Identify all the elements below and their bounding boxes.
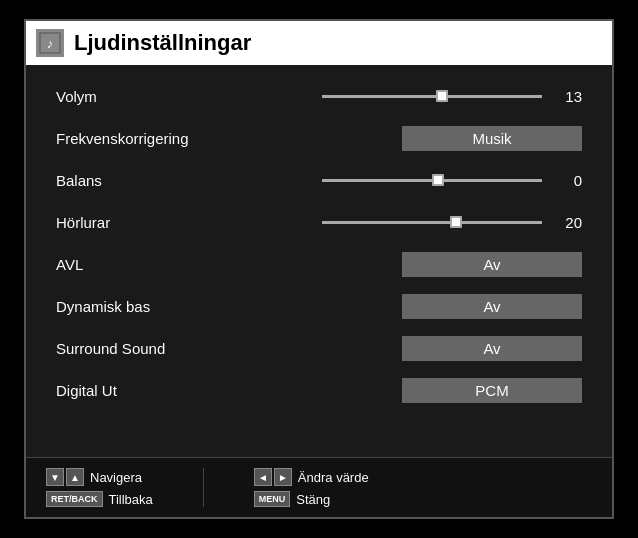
label-balans: Balans — [56, 172, 256, 189]
thumb-volym[interactable] — [436, 90, 448, 102]
navigate-arrows-icon: ▼ ▲ — [46, 468, 84, 486]
control-avl: Av — [256, 252, 582, 277]
row-frekvenskorrigering: Frekvenskorrigering Musik — [56, 123, 582, 153]
select-digital-ut[interactable]: PCM — [402, 378, 582, 403]
navigate-label: Navigera — [90, 470, 142, 485]
row-dynamisk-bas: Dynamisk bas Av — [56, 291, 582, 321]
svg-text:♪: ♪ — [47, 36, 54, 51]
label-dynamisk-bas: Dynamisk bas — [56, 298, 256, 315]
title-bar: ♪ Ljudinställningar — [26, 21, 612, 65]
close-label: Stäng — [296, 492, 330, 507]
change-arrows-icon: ◄ ► — [254, 468, 292, 486]
row-surround-sound: Surround Sound Av — [56, 333, 582, 363]
menu-key-icon[interactable]: MENU — [254, 491, 291, 507]
value-balans: 0 — [554, 172, 582, 189]
value-volym: 13 — [554, 88, 582, 105]
select-surround-sound[interactable]: Av — [402, 336, 582, 361]
down-arrow-icon: ▼ — [46, 468, 64, 486]
footer-row-navigate: ▼ ▲ Navigera — [46, 468, 153, 486]
footer-group-change: ◄ ► Ändra värde MENU Stäng — [254, 468, 369, 507]
value-horlurar: 20 — [554, 214, 582, 231]
row-balans: Balans 0 — [56, 165, 582, 195]
footer: ▼ ▲ Navigera RET/BACK Tillbaka ◄ ► Ändra… — [26, 457, 612, 517]
footer-group-navigate: ▼ ▲ Navigera RET/BACK Tillbaka — [46, 468, 153, 507]
control-digital-ut: PCM — [256, 378, 582, 403]
label-digital-ut: Digital Ut — [56, 382, 256, 399]
control-dynamisk-bas: Av — [256, 294, 582, 319]
control-frekvenskorrigering: Musik — [256, 126, 582, 151]
back-label: Tillbaka — [109, 492, 153, 507]
row-digital-ut: Digital Ut PCM — [56, 375, 582, 405]
slider-volym[interactable] — [322, 95, 542, 98]
change-label: Ändra värde — [298, 470, 369, 485]
thumb-balans[interactable] — [432, 174, 444, 186]
main-panel: ♪ Ljudinställningar Volym 13 Frekvenskor… — [24, 19, 614, 519]
footer-row-back: RET/BACK Tillbaka — [46, 491, 153, 507]
page-title: Ljudinställningar — [74, 30, 251, 56]
row-avl: AVL Av — [56, 249, 582, 279]
control-horlurar: 20 — [256, 214, 582, 231]
settings-content: Volym 13 Frekvenskorrigering Musik Balan… — [26, 65, 612, 457]
row-volym: Volym 13 — [56, 81, 582, 111]
title-icon: ♪ — [36, 29, 64, 57]
thumb-horlurar[interactable] — [450, 216, 462, 228]
row-horlurar: Hörlurar 20 — [56, 207, 582, 237]
label-horlurar: Hörlurar — [56, 214, 256, 231]
label-avl: AVL — [56, 256, 256, 273]
control-surround-sound: Av — [256, 336, 582, 361]
control-volym: 13 — [256, 88, 582, 105]
slider-balans[interactable] — [322, 179, 542, 182]
footer-row-change: ◄ ► Ändra värde — [254, 468, 369, 486]
select-avl[interactable]: Av — [402, 252, 582, 277]
control-balans: 0 — [256, 172, 582, 189]
label-volym: Volym — [56, 88, 256, 105]
footer-divider — [203, 468, 204, 507]
retback-key-icon[interactable]: RET/BACK — [46, 491, 103, 507]
footer-row-close: MENU Stäng — [254, 491, 369, 507]
select-dynamisk-bas[interactable]: Av — [402, 294, 582, 319]
left-arrow-icon: ◄ — [254, 468, 272, 486]
select-frekvenskorrigering[interactable]: Musik — [402, 126, 582, 151]
label-surround-sound: Surround Sound — [56, 340, 256, 357]
right-arrow-icon: ► — [274, 468, 292, 486]
up-arrow-icon: ▲ — [66, 468, 84, 486]
label-frekvenskorrigering: Frekvenskorrigering — [56, 130, 256, 147]
slider-horlurar[interactable] — [322, 221, 542, 224]
